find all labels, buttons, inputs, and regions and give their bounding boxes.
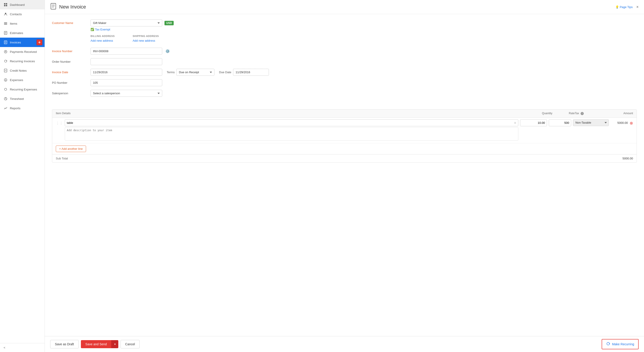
gear-icon[interactable]: ⚙️ — [165, 49, 170, 53]
sidebar-item-expenses[interactable]: $ Expenses — [0, 75, 44, 85]
invoice-number-label: Invoice Number — [52, 48, 88, 53]
po-number-input[interactable] — [90, 79, 162, 86]
reports-icon — [4, 106, 8, 110]
svg-point-4 — [5, 13, 6, 14]
cancel-button[interactable]: Cancel — [120, 340, 140, 349]
sidebar-item-label: Recurring Expenses — [10, 88, 37, 91]
item-description-input[interactable] — [65, 127, 518, 141]
payments-icon — [4, 50, 8, 54]
due-date-group: Due Date — [219, 69, 269, 76]
sidebar-item-invoices[interactable]: Invoices + — [0, 38, 44, 47]
col-rate-header: Rate — [552, 112, 575, 115]
po-number-label: PO Number — [52, 79, 88, 84]
add-line-button[interactable]: + Add another line — [56, 146, 86, 152]
item-name-input[interactable] — [65, 119, 518, 126]
order-number-label: Order Number — [52, 58, 88, 63]
invoice-date-label: Invoice Date — [52, 69, 88, 74]
item-tax-select[interactable]: Non-Taxable — [573, 119, 609, 126]
sidebar-item-estimates[interactable]: Estimates — [0, 28, 44, 38]
sidebar-item-dashboard[interactable]: Dashboard — [0, 0, 44, 9]
item-amount-cell: 5000.00 ⊗ — [610, 119, 633, 126]
recurring-button-icon — [606, 342, 610, 347]
currency-badge: USD — [164, 21, 174, 25]
subtotal-row: Sub Total 5000.00 — [52, 154, 636, 162]
svg-rect-0 — [4, 3, 6, 4]
customer-name-label: Customer Name — [52, 19, 88, 25]
add-invoice-button[interactable]: + — [36, 39, 42, 45]
salesperson-row: Salesperson Select a salesperson — [52, 90, 637, 97]
sidebar-item-recurring-invoices[interactable]: Recurring Invoices — [0, 56, 44, 66]
estimates-icon — [4, 31, 8, 35]
due-date-input[interactable] — [233, 69, 269, 76]
page-title: New Invoice — [59, 4, 86, 10]
close-button[interactable]: × — [636, 5, 638, 9]
order-number-input[interactable] — [90, 58, 162, 65]
credit-notes-icon — [4, 68, 8, 72]
sidebar-item-label: Payments Received — [10, 50, 37, 53]
collapse-label: < — [4, 346, 6, 349]
sidebar-item-contacts[interactable]: Contacts — [0, 9, 44, 19]
svg-text:$: $ — [5, 79, 6, 81]
sidebar-item-payments-received[interactable]: Payments Received — [0, 47, 44, 56]
item-tax-cell: Non-Taxable — [573, 119, 609, 126]
item-rate-input[interactable] — [549, 119, 571, 126]
items-icon — [4, 21, 8, 25]
svg-rect-7 — [4, 24, 7, 25]
table-row: ⋮⋮ ✕ Non-Taxable — [52, 118, 636, 143]
drag-handle[interactable]: ⋮⋮ — [56, 121, 63, 125]
invoice-number-input[interactable] — [90, 48, 162, 55]
invoice-date-input[interactable] — [90, 69, 162, 76]
sidebar-item-label: Reports — [10, 107, 20, 110]
sidebar-item-reports[interactable]: Reports — [0, 103, 44, 113]
invoice-page-icon — [50, 3, 56, 11]
make-recurring-button[interactable]: Make Recurring — [602, 339, 638, 349]
tax-exempt-link[interactable]: ✅ Tax Exempt — [90, 28, 174, 31]
save-send-group: Save and Send ▾ — [81, 340, 118, 348]
item-clear-button[interactable]: ✕ — [514, 121, 516, 125]
add-line-section: + Add another line — [52, 143, 636, 154]
terms-select[interactable]: Due on Receipt — [176, 69, 214, 76]
col-item-header: Item Details — [56, 112, 526, 115]
sidebar-collapse-button[interactable]: < — [0, 343, 44, 352]
sidebar-item-label: Contacts — [10, 12, 22, 16]
dashboard-icon — [4, 3, 8, 7]
add-billing-address-link[interactable]: Add new address — [90, 39, 113, 42]
customer-select-row: Gift Maker USD — [90, 19, 174, 26]
save-send-dropdown-button[interactable]: ▾ — [111, 340, 118, 348]
item-name-cell: ✕ — [65, 119, 518, 141]
sidebar-item-label: Dashboard — [10, 3, 25, 6]
tax-info-icon[interactable]: i — [580, 112, 584, 115]
sidebar-item-label: Timesheet — [10, 97, 24, 100]
item-remove-button[interactable]: ⊗ — [630, 121, 633, 126]
customer-name-select[interactable]: Gift Maker — [90, 19, 162, 26]
sidebar-item-timesheet[interactable]: Timesheet — [0, 94, 44, 103]
sidebar-item-items[interactable]: Items — [0, 19, 44, 28]
shipping-address-label: SHIPPING ADDRESS — [133, 35, 159, 37]
subtotal-label: Sub Total — [56, 157, 68, 160]
subtotal-value: 5000.00 — [622, 157, 633, 160]
item-row-cells: ✕ Non-Taxable 5000.00 — [65, 119, 633, 141]
billing-address-col: BILLING ADDRESS Add new address — [90, 35, 115, 42]
lightbulb-icon: 💡 — [615, 5, 619, 9]
add-shipping-address-link[interactable]: Add new address — [133, 39, 155, 42]
invoice-date-terms-row: Terms Due on Receipt Due Date — [90, 69, 269, 76]
header-left: New Invoice — [50, 3, 86, 11]
save-draft-button[interactable]: Save as Draft — [50, 340, 79, 349]
item-qty-cell — [520, 119, 547, 126]
terms-group: Terms Due on Receipt — [167, 69, 214, 76]
item-quantity-input[interactable] — [520, 119, 547, 126]
invoices-icon — [4, 40, 8, 44]
sidebar-item-recurring-expenses[interactable]: Recurring Expenses — [0, 85, 44, 94]
page-tips-link[interactable]: 💡 Page Tips — [615, 5, 633, 9]
terms-label: Terms — [167, 70, 174, 74]
svg-rect-1 — [6, 3, 7, 4]
save-send-button[interactable]: Save and Send — [81, 340, 111, 348]
salesperson-select[interactable]: Select a salesperson — [90, 90, 162, 97]
col-qty-header: Quantity — [526, 112, 552, 115]
salesperson-label: Salesperson — [52, 90, 88, 95]
address-section: BILLING ADDRESS Add new address SHIPPING… — [90, 35, 637, 42]
sidebar-item-credit-notes[interactable]: Credit Notes — [0, 66, 44, 75]
customer-name-row: Customer Name Gift Maker USD ✅ Tax Exemp… — [52, 19, 637, 31]
col-tax-header: Tax i — [575, 112, 610, 115]
col-amount-header: Amount — [610, 112, 633, 115]
